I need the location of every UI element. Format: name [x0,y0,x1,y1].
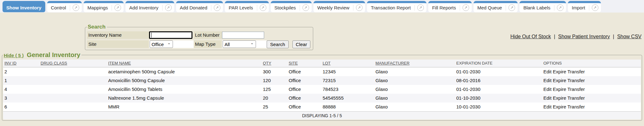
cell-manufacturer: Glaxo [374,94,455,102]
transfer-link[interactable]: Transfer [567,78,585,83]
open-in-new-window-icon[interactable]: ↗ [260,4,266,11]
show-csv-link[interactable]: Show CSV [617,34,641,39]
tab-med-queue[interactable]: Med Queue↗ [474,1,518,12]
column-header-site[interactable]: SITE [287,60,321,67]
tab-fill-reports[interactable]: Fill Reports↗ [428,1,472,12]
expire-link[interactable]: Expire [553,87,566,92]
map-type-select[interactable]: All [223,40,256,48]
cell-expiration-date: 01-10-2030 [455,94,542,102]
cell-lot: 12345 [321,67,374,76]
expire-link[interactable]: Expire [553,104,566,109]
tab-show-inventory[interactable]: Show Inventory [3,1,45,12]
tab-transaction-report[interactable]: Transaction Report↗ [367,1,426,12]
cell-lot: 784523 [321,85,374,94]
top-links: Hide Out Of Stock | Show Patient Invento… [510,34,641,39]
column-header-inv-id[interactable]: INV ID [3,60,39,67]
edit-link[interactable]: Edit [543,104,552,109]
cell-site: Office [287,102,321,111]
hide-count-link[interactable]: Hide ( 5 ) [4,53,24,58]
open-in-new-window-icon[interactable]: ↗ [73,4,79,11]
edit-link[interactable]: Edit [543,87,552,92]
column-header-item-name[interactable]: ITEM NAME [107,60,262,67]
cell-item-name: Amoxicillin 500mg Tablets [107,85,262,94]
tab-label: Mappings [84,5,112,10]
tab-weekly-review[interactable]: Weekly Review↗ [314,1,365,12]
cell-drug-class [39,85,107,94]
cell-site: Office [287,85,321,94]
table-row: 4Amoxicillin 500mg Tablets125Office78452… [3,85,641,94]
open-in-new-window-icon[interactable]: ↗ [165,4,172,11]
expire-link[interactable]: Expire [553,78,566,83]
inventory-name-input[interactable] [149,31,192,39]
edit-link[interactable]: Edit [543,95,552,101]
cell-qty: 125 [262,85,287,94]
transfer-link[interactable]: Transfer [567,95,585,101]
column-header-lot[interactable]: LOT [321,60,374,67]
transfer-link[interactable]: Transfer [567,69,585,74]
general-inventory-title: General Inventory [27,51,80,59]
open-in-new-window-icon[interactable]: ↗ [592,4,598,11]
cell-lot: 88888 [321,102,374,111]
site-select[interactable]: Office [150,40,173,48]
cell-lot: 54545555 [321,94,374,102]
site-label: Site [87,40,149,48]
open-in-new-window-icon[interactable]: ↗ [557,4,564,11]
cell-manufacturer: Glaxo [374,102,455,111]
cell-options: Edit Expire Transfer [542,67,641,76]
tab-label: Add Donated [176,5,211,10]
open-in-new-window-icon[interactable]: ↗ [114,4,121,11]
tab-control[interactable]: Control↗ [47,1,82,12]
app-screen: Show InventoryControl↗Mappings↗Add Inven… [0,0,644,126]
tab-label: Fill Reports [428,5,460,10]
cell-item-name: acetaminophen 500mg Capsule [107,67,262,76]
tab-label: Weekly Review [314,5,353,10]
open-in-new-window-icon[interactable]: ↗ [463,4,469,11]
tab-label: Med Queue [474,5,506,10]
cell-options: Edit Expire Transfer [542,94,641,102]
tab-label: Control [47,5,70,10]
edit-link[interactable]: Edit [543,78,552,83]
open-in-new-window-icon[interactable]: ↗ [214,4,220,11]
tab-add-donated[interactable]: Add Donated↗ [176,1,223,12]
search-button[interactable]: Search [267,40,289,48]
open-in-new-window-icon[interactable]: ↗ [417,4,424,11]
column-header-options: OPTIONS [542,60,641,67]
lot-number-input[interactable] [222,32,264,39]
cell-drug-class [39,102,107,111]
lot-number-label: Lot Number [194,31,222,39]
tab-divider [112,5,112,11]
tab-add-inventory[interactable]: Add Inventory↗ [125,1,174,12]
general-inventory-panel: Hide ( 5 ) General Inventory INV IDDRUG … [2,51,642,121]
search-form: Inventory Name Lot Number Site Office [87,31,311,48]
cell-inv-id: 6 [3,102,39,111]
tab-label: Show Inventory [3,5,45,10]
inventory-table: INV IDDRUG CLASSITEM NAMEQTYSITELOTMANUF… [3,60,641,119]
tab-divider [300,5,300,11]
transfer-link[interactable]: Transfer [567,87,585,92]
table-row: 2acetaminophen 500mg Capsule300Office123… [3,67,641,76]
table-row: 1Amoxicillin 500mg Capsule120Office72315… [3,76,641,85]
hide-out-of-stock-link[interactable]: Hide Out Of Stock [510,34,551,39]
transfer-link[interactable]: Transfer [567,104,585,109]
open-in-new-window-icon[interactable]: ↗ [303,4,309,11]
open-in-new-window-icon[interactable]: ↗ [508,4,515,11]
tab-label: Import [568,5,589,10]
show-patient-inventory-link[interactable]: Show Patient Inventory [558,34,610,39]
cell-qty: 300 [262,67,287,76]
column-header-manufacturer[interactable]: MANUFACTURER [374,60,455,67]
tab-import[interactable]: Import↗ [568,1,601,12]
column-header-qty[interactable]: QTY [262,60,287,67]
cell-lot: 72315 [321,76,374,85]
tab-stockpiles[interactable]: Stockpiles↗ [271,1,312,12]
tab-mappings[interactable]: Mappings↗ [84,1,124,12]
tab-blank-labels[interactable]: Blank Labels↗ [519,1,566,12]
tab-divider [257,5,257,11]
column-header-drug-class[interactable]: DRUG CLASS [39,60,107,67]
clear-button[interactable]: Clear [292,40,311,48]
open-in-new-window-icon[interactable]: ↗ [356,4,363,11]
search-panel: Search Inventory Name Lot Number Site Of… [85,24,313,50]
tab-par-levels[interactable]: PAR Levels↗ [225,1,269,12]
expire-link[interactable]: Expire [553,95,566,101]
edit-link[interactable]: Edit [543,69,552,74]
expire-link[interactable]: Expire [553,69,566,74]
